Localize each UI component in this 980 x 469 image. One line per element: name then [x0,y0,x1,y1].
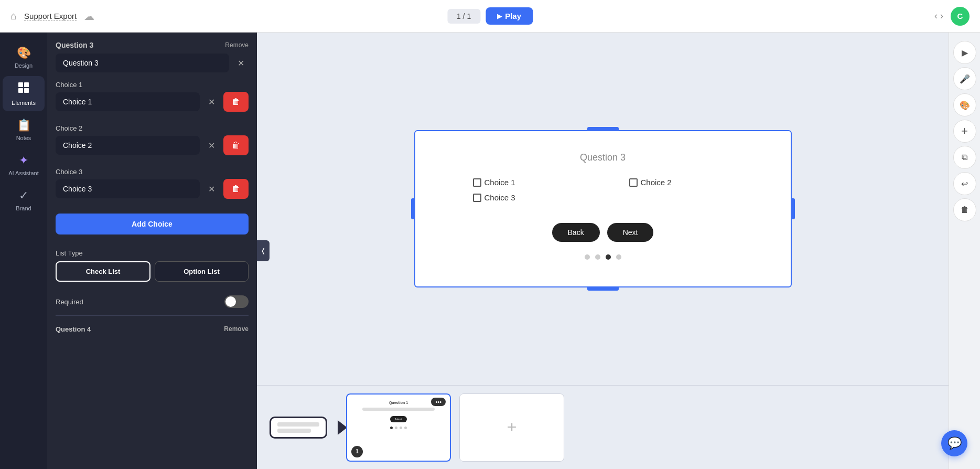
sidebar-item-notes[interactable]: 📋 Notes [3,113,45,146]
brand-icon: ✓ [19,189,28,202]
add-slide-button[interactable]: + [459,393,564,462]
choice3-text: Choice 3 [484,193,515,202]
question3-section: Question 3 Remove ✕ [56,41,249,74]
palette-tool-button[interactable]: 🎨 [953,93,976,116]
topbar-right: ‹ › C [934,7,970,26]
thumbnail-dot-3 [400,427,402,429]
play-tool-icon: ▶ [962,48,968,58]
chat-icon: 💬 [947,436,962,450]
topbar-left: ⌂ Support Export ☁ [10,10,94,23]
next-button[interactable]: Next [607,223,654,242]
topbar-center: 1 / 1 ▶ Play [447,7,533,25]
page-indicator: 1 / 1 [447,9,480,24]
choice2-input[interactable] [56,136,200,155]
question3-clear-button[interactable]: ✕ [233,56,249,70]
share-icon[interactable]: ‹ › [934,10,943,22]
choice3-label: Choice 3 [56,168,249,176]
icon-sidebar: 🎨 Design Elements 📋 Notes ✦ AI Assistant [0,33,47,469]
canvas-area: ❬ Question 3 Choice 1 Choice 2 [257,33,949,469]
sidebar-item-elements[interactable]: Elements [3,76,45,111]
thumbnail-menu-button[interactable]: ••• [431,398,446,406]
choice3-block: Choice 3 ✕ 🗑 [56,168,249,201]
choice-option-1: Choice 1 [473,178,515,187]
choice2-label: Choice 2 [56,124,249,132]
question3-remove-link[interactable]: Remove [225,41,249,49]
delete-tool-button[interactable]: 🗑 [953,198,976,221]
add-tool-button[interactable]: + [953,120,976,143]
choice1-label: Choice 1 [56,81,249,89]
list-type-buttons: Check List Option List [56,261,249,282]
choice2-clear-button[interactable]: ✕ [204,138,219,153]
card-buttons: Back Next [552,223,654,242]
question4-footer: Question 4 Remove [56,325,249,333]
add-icon: + [961,124,968,138]
question3-input-row: ✕ [56,54,249,72]
dot-4 [616,254,621,260]
question3-header: Question 3 Remove [56,41,249,49]
chat-bubble-button[interactable]: 💬 [941,430,967,456]
choice3-checkbox[interactable] [473,194,481,202]
list-type-label: List Type [56,249,249,257]
toggle-knob [225,296,236,307]
elements-icon [17,81,30,97]
choice1-input[interactable] [56,92,200,111]
topbar: ⌂ Support Export ☁ 1 / 1 ▶ Play ‹ › C [0,0,980,33]
delete-icon: 🗑 [961,205,969,215]
choice1-clear-button[interactable]: ✕ [204,95,219,109]
required-label: Required [56,298,83,306]
mic-tool-button[interactable]: 🎤 [953,67,976,90]
choice1-delete-button[interactable]: 🗑 [223,92,249,112]
option-list-button[interactable]: Option List [155,261,249,282]
arrow-annotation [270,401,338,454]
copy-tool-button[interactable]: ⧉ [953,146,976,169]
choice3-input[interactable] [56,179,200,198]
required-toggle[interactable] [224,295,249,308]
back-button[interactable]: Back [552,223,600,242]
project-title[interactable]: Support Export [24,12,77,21]
svg-rect-0 [18,82,23,87]
choice2-block: Choice 2 ✕ 🗑 [56,124,249,157]
play-icon: ▶ [497,13,502,20]
undo-icon: ↩ [961,179,968,189]
choice3-clear-button[interactable]: ✕ [204,182,219,196]
add-slide-icon: + [507,418,517,437]
play-button[interactable]: ▶ Play [486,7,533,25]
thumbnail-dot-2 [395,427,397,429]
canvas-content: Question 3 Choice 1 Choice 2 Choice 3 [257,33,949,385]
main-layout: 🎨 Design Elements 📋 Notes ✦ AI Assistant [0,33,980,469]
thumbnail-dot-4 [404,427,407,429]
choice1-checkbox[interactable] [473,178,481,187]
question4-remove-link[interactable]: Remove [224,325,249,333]
choice3-delete-button[interactable]: 🗑 [223,179,249,199]
sidebar-item-design[interactable]: 🎨 Design [3,41,45,74]
choice2-delete-button[interactable]: 🗑 [223,135,249,155]
choices-grid: Choice 1 Choice 2 Choice 3 [441,178,764,202]
mic-icon: 🎤 [960,74,970,84]
choice1-block: Choice 1 ✕ 🗑 [56,81,249,114]
question3-input[interactable] [56,54,229,72]
arrow-box [270,417,327,439]
ai-assistant-icon: ✦ [19,154,28,167]
card-handle-left [411,198,415,219]
play-tool-button[interactable]: ▶ [953,41,976,64]
choice1-text: Choice 1 [484,178,515,187]
avatar[interactable]: C [951,7,970,26]
card-handle-top [587,127,619,131]
sidebar-item-ai-label: AI Assistant [8,170,38,176]
sidebar-item-brand[interactable]: ✓ Brand [3,184,45,217]
sidebar-item-ai-assistant[interactable]: ✦ AI Assistant [3,148,45,182]
check-list-button[interactable]: Check List [56,261,150,282]
home-icon[interactable]: ⌂ [10,10,17,22]
question-card: Question 3 Choice 1 Choice 2 Choice 3 [414,130,792,287]
add-choice-button[interactable]: Add Choice [56,214,249,235]
svg-rect-1 [24,82,29,87]
slide1-thumbnail[interactable]: Question 1 Next 1 ••• [346,393,451,462]
thumbnail-dot-1 [390,427,393,429]
sidebar-item-design-label: Design [15,62,33,69]
choice-option-3: Choice 3 [473,193,515,202]
thumbnail-slide-num: 1 [351,446,363,457]
question-card-title: Question 3 [580,152,626,163]
choice2-checkbox[interactable] [629,178,638,187]
undo-tool-button[interactable]: ↩ [953,172,976,195]
palette-icon: 🎨 [960,100,970,110]
